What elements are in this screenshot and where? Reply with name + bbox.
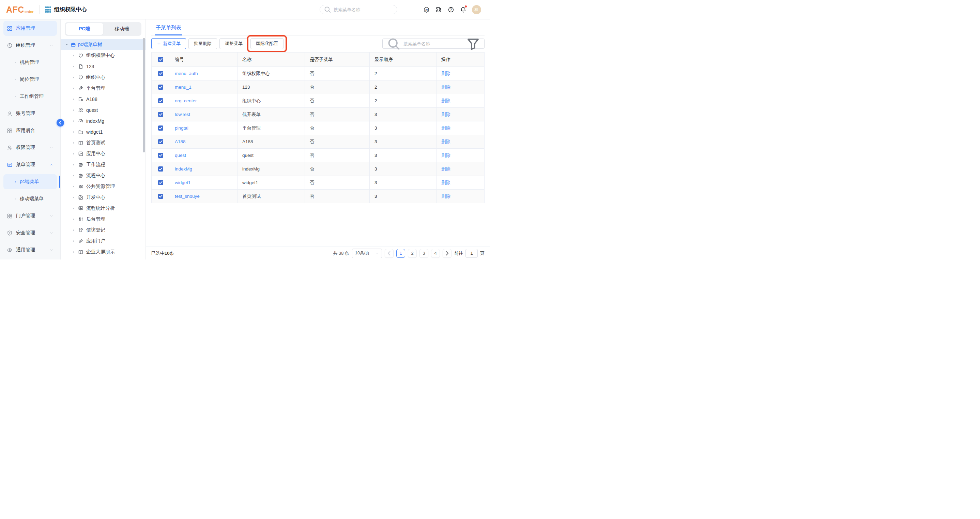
menu-code-link[interactable]: widget1 <box>175 180 191 185</box>
caret-right-icon[interactable] <box>72 163 75 166</box>
tree-item-indexmg[interactable]: indexMg <box>60 116 145 126</box>
row-checkbox[interactable] <box>158 126 163 131</box>
sidebar-item-org-management[interactable]: 组织管理 <box>3 38 57 53</box>
tree-item-dev-center[interactable]: 开发中心 <box>60 192 145 203</box>
tree-item-homepage-test[interactable]: 首页测试 <box>60 137 145 149</box>
caret-right-icon[interactable] <box>72 86 75 90</box>
tree-item-app-portal[interactable]: 应用门户 <box>60 236 145 246</box>
caret-right-icon[interactable] <box>72 207 75 210</box>
prev-page-button[interactable] <box>385 249 394 258</box>
row-checkbox[interactable] <box>158 139 163 144</box>
tree-item-menu-123[interactable]: 123 <box>60 61 145 72</box>
sidebar-item-workgroup-management[interactable]: 工作组管理 <box>3 89 57 104</box>
i18n-config-button[interactable]: 国际化配置 <box>250 38 283 49</box>
caret-right-icon[interactable] <box>72 76 75 79</box>
page-button-3[interactable]: 3 <box>420 249 428 258</box>
tree-item-process-stats-analysis[interactable]: 流程统计分析 <box>60 203 145 214</box>
tree-item-enterprise-screen-demo[interactable]: 企业大屏演示 <box>60 246 145 257</box>
chevron-up-icon[interactable] <box>49 43 54 47</box>
caret-right-icon[interactable] <box>72 185 75 188</box>
delete-link[interactable]: 删除 <box>441 84 450 90</box>
batch-delete-button[interactable]: 批量删除 <box>188 38 217 49</box>
tree-item-org-center[interactable]: 组织中心 <box>60 72 145 83</box>
sidebar-item-app-management[interactable]: 应用管理 <box>3 21 57 36</box>
row-checkbox[interactable] <box>158 166 163 171</box>
next-page-button[interactable] <box>442 249 452 258</box>
delete-link[interactable]: 删除 <box>441 152 450 158</box>
menu-code-link[interactable]: test_shouye <box>175 194 200 199</box>
caret-right-icon[interactable] <box>72 152 75 155</box>
caret-right-icon[interactable] <box>72 228 75 232</box>
page-size-select[interactable]: 10条/页 <box>352 249 382 258</box>
tree-item-widget1[interactable]: widget1 <box>60 126 145 137</box>
row-checkbox[interactable] <box>158 194 163 199</box>
tree-item-process-center[interactable]: 流程中心 <box>60 170 145 181</box>
sidebar-item-mobile-menu[interactable]: 移动端菜单 <box>3 191 57 206</box>
page-button-1[interactable]: 1 <box>396 249 405 258</box>
sidebar-item-position-management[interactable]: 岗位管理 <box>3 72 57 87</box>
goto-page-input[interactable] <box>466 249 478 258</box>
tree-item-workflow[interactable]: 工作流程 <box>60 159 145 170</box>
create-menu-button[interactable]: 新建菜单 <box>151 38 186 49</box>
menu-code-link[interactable]: lowTest <box>175 112 190 117</box>
tree-item-app-center[interactable]: 应用中心 <box>60 149 145 159</box>
caret-right-icon[interactable] <box>72 174 75 177</box>
notification-bell-icon[interactable] <box>460 6 466 13</box>
chevron-down-icon[interactable] <box>49 231 54 235</box>
tree-item-petition-register[interactable]: 信访登记 <box>60 225 145 236</box>
delete-link[interactable]: 删除 <box>441 125 450 131</box>
page-button-2[interactable]: 2 <box>408 249 417 258</box>
tab-submenu-list[interactable]: 子菜单列表 <box>155 24 182 35</box>
row-checkbox[interactable] <box>158 85 163 90</box>
tree-item-public-resource-management[interactable]: 公共资源管理 <box>60 181 145 192</box>
adjust-menu-button[interactable]: 调整菜单 <box>220 38 248 49</box>
sidebar-item-permission-management[interactable]: 权限管理 <box>3 140 57 155</box>
caret-down-icon[interactable] <box>65 43 68 46</box>
tree-item-a188[interactable]: A188 <box>60 94 145 105</box>
user-avatar[interactable]: 租 <box>472 5 481 14</box>
menu-code-link[interactable]: pingtai <box>175 126 188 131</box>
caret-right-icon[interactable] <box>72 130 75 134</box>
tree-scrollbar[interactable] <box>143 38 145 152</box>
filter-icon[interactable] <box>466 36 481 51</box>
row-checkbox[interactable] <box>158 180 163 185</box>
delete-link[interactable]: 删除 <box>441 70 450 77</box>
row-checkbox[interactable] <box>158 112 163 117</box>
caret-right-icon[interactable] <box>72 196 75 199</box>
delete-link[interactable]: 删除 <box>441 193 450 200</box>
sidebar-item-account-management[interactable]: 账号管理 <box>3 106 57 121</box>
tree-item-quest[interactable]: quest <box>60 105 145 116</box>
menu-code-link[interactable]: menu_1 <box>175 85 191 90</box>
caret-right-icon[interactable] <box>72 119 75 123</box>
delete-link[interactable]: 删除 <box>441 139 450 145</box>
delete-link[interactable]: 删除 <box>441 112 450 118</box>
caret-right-icon[interactable] <box>72 250 75 254</box>
table-search[interactable] <box>382 38 485 49</box>
caret-right-icon[interactable] <box>72 54 75 57</box>
tree-item-org-auth-center[interactable]: 组织权限中心 <box>60 50 145 61</box>
sidebar-item-app-backend[interactable]: 应用后台 <box>3 123 57 138</box>
caret-right-icon[interactable] <box>72 109 75 112</box>
sidebar-item-institution-management[interactable]: 机构管理 <box>3 55 57 70</box>
sidebar-collapse-button[interactable] <box>57 119 64 126</box>
sidebar-item-general-management[interactable]: 通用管理 <box>3 243 57 257</box>
chevron-down-icon[interactable] <box>49 248 54 252</box>
row-checkbox[interactable] <box>158 153 163 158</box>
delete-link[interactable]: 删除 <box>441 98 450 104</box>
delete-link[interactable]: 删除 <box>441 166 450 172</box>
caret-right-icon[interactable] <box>72 217 75 221</box>
plugin-icon[interactable] <box>436 6 442 13</box>
delete-link[interactable]: 删除 <box>441 180 450 186</box>
tree-item-platform-management[interactable]: 平台管理 <box>60 83 145 94</box>
chevron-up-icon[interactable] <box>49 163 54 167</box>
caret-right-icon[interactable] <box>72 141 75 145</box>
sidebar-item-portal-management[interactable]: 门户管理 <box>3 208 57 224</box>
sidebar-item-security-management[interactable]: 安全管理 <box>3 225 57 240</box>
sidebar-item-menu-management[interactable]: 菜单管理 <box>3 157 57 172</box>
chevron-down-icon[interactable] <box>49 214 54 218</box>
caret-right-icon[interactable] <box>72 240 75 243</box>
row-checkbox[interactable] <box>158 71 163 76</box>
select-all-checkbox[interactable] <box>158 57 163 62</box>
platform-tab-pc[interactable]: PC端 <box>66 23 103 35</box>
caret-right-icon[interactable] <box>72 65 75 68</box>
